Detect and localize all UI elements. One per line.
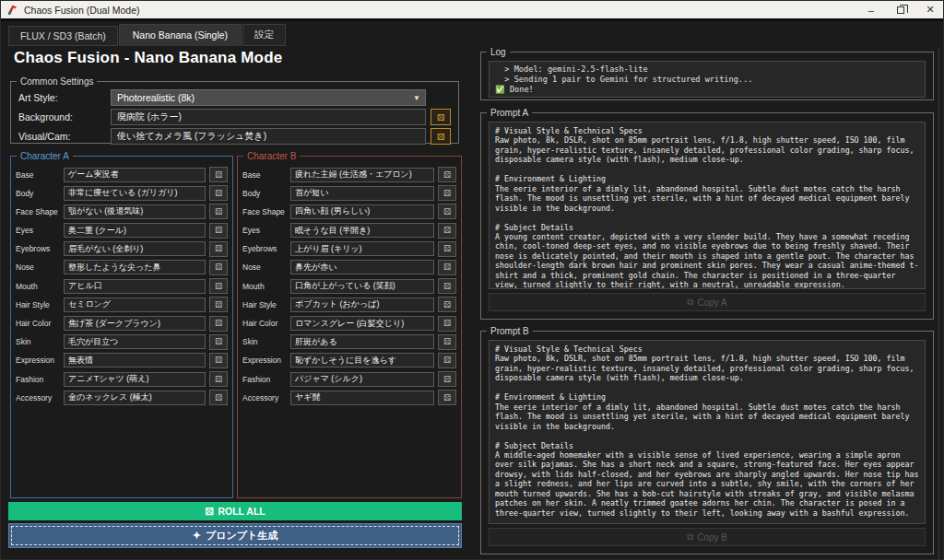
prompt-b-textarea[interactable]: # Visual Style & Technical Specs Raw pho…: [489, 340, 926, 524]
char-b-expression-dice-button[interactable]: ⚄: [438, 353, 456, 368]
char-a-hair-style-input[interactable]: セミロング: [64, 298, 206, 312]
char-a-accessory-dice-button[interactable]: ⚄: [209, 390, 228, 405]
char-b-skin-dice-button[interactable]: ⚄: [438, 334, 456, 350]
dice-icon: ⚄: [443, 356, 451, 365]
char-b-fashion-input[interactable]: パジャマ (シルク): [290, 372, 434, 387]
copy-b-button[interactable]: ⧉ Copy B: [489, 528, 926, 546]
char-b-base-input[interactable]: 疲れた主婦 (生活感・エプロン): [290, 168, 434, 182]
log-text[interactable]: > Model: gemini-2.5-flash-lite > Sending…: [489, 61, 926, 98]
char-a-expression-input[interactable]: 無表情: [64, 353, 206, 368]
char-a-eyebrows-dice-button[interactable]: ⚄: [209, 241, 228, 257]
common-settings-frame: Common Settings Art Style: Photorealisti…: [10, 76, 459, 144]
generate-prompt-button[interactable]: ✦ プロンプト生成: [8, 523, 462, 548]
dice-icon: ⚄: [215, 170, 222, 180]
maximize-button[interactable]: [886, 1, 915, 18]
char-b-base-dice-button[interactable]: ⚄: [438, 167, 456, 182]
prompt-a-textarea[interactable]: # Visual Style & Technical Specs Raw pho…: [489, 122, 926, 289]
char-b-accessory-label: Accessory: [242, 393, 290, 402]
char-b-eyes-dice-button[interactable]: ⚄: [438, 223, 456, 239]
char-a-fashion-dice-button[interactable]: ⚄: [209, 371, 228, 387]
char-a-body-row: Body非常に痩せている (ガリガリ)⚄: [16, 185, 228, 201]
char-a-face-shape-input[interactable]: 顎がない (後退気味): [64, 204, 206, 219]
char-b-body-input[interactable]: 首が短い: [290, 186, 434, 201]
char-b-eyebrows-input[interactable]: 上がり眉 (キリッ): [290, 241, 434, 256]
char-a-body-dice-button[interactable]: ⚄: [209, 185, 228, 201]
roll-all-button[interactable]: ⚄ ROLL ALL: [8, 502, 462, 520]
tab-nano-banana-single[interactable]: Nano Banana (Single): [119, 24, 242, 46]
tab-flux-sd3-batch[interactable]: FLUX / SD3 (Batch): [8, 26, 118, 46]
dice-icon: ⚄: [443, 262, 451, 272]
generate-prompt-label: プロンプト生成: [206, 529, 277, 542]
char-b-nose-label: Nose: [242, 262, 290, 272]
char-b-eyebrows-row: Eyebrows上がり眉 (キリッ)⚄: [242, 241, 456, 257]
char-a-accessory-input[interactable]: 金のネックレス (極太): [64, 391, 206, 405]
char-b-accessory-dice-button[interactable]: ⚄: [438, 390, 456, 405]
char-b-eyebrows-dice-button[interactable]: ⚄: [438, 241, 456, 257]
background-dice-button[interactable]: ⚄: [431, 109, 451, 125]
close-button[interactable]: ✕: [915, 1, 944, 18]
panel-divider: [938, 47, 939, 560]
char-b-body-label: Body: [242, 189, 290, 198]
char-b-accessory-input[interactable]: ヤギ髭: [290, 391, 434, 405]
char-b-face-shape-label: Face Shape: [242, 207, 290, 216]
char-b-hair-style-dice-button[interactable]: ⚄: [438, 297, 456, 312]
char-a-skin-dice-button[interactable]: ⚄: [209, 334, 228, 350]
char-a-nose-label: Nose: [16, 262, 64, 272]
char-a-eyes-label: Eyes: [16, 226, 64, 235]
char-a-mouth-dice-button[interactable]: ⚄: [209, 278, 228, 294]
char-a-base-dice-button[interactable]: ⚄: [209, 167, 228, 182]
char-a-eyebrows-input[interactable]: 眉毛がない (全剃り): [64, 241, 206, 256]
char-a-skin-label: Skin: [16, 337, 64, 346]
char-a-eyes-input[interactable]: 奥二重 (クール): [64, 223, 206, 238]
char-b-face-shape-dice-button[interactable]: ⚄: [438, 204, 456, 219]
window-title: Chaos Fusion (Dual Mode): [24, 5, 139, 16]
char-b-fashion-dice-button[interactable]: ⚄: [438, 371, 456, 387]
art-style-label: Art Style:: [18, 92, 111, 103]
log-frame: Log > Model: gemini-2.5-flash-lite > Sen…: [480, 47, 934, 100]
char-b-hair-color-label: Hair Color: [242, 319, 290, 328]
log-title: Log: [487, 47, 510, 57]
minimize-button[interactable]: –: [856, 1, 886, 18]
char-b-expression-input[interactable]: 恥ずかしそうに目を逸らす: [290, 353, 434, 368]
dice-icon: ⚄: [215, 300, 222, 309]
char-b-mouth-input[interactable]: 口角が上がっている (笑顔): [290, 279, 434, 294]
char-b-nose-dice-button[interactable]: ⚄: [438, 260, 456, 275]
char-a-hair-color-input[interactable]: 焦げ茶 (ダークブラウン): [64, 316, 206, 331]
tab-settings[interactable]: 設定: [242, 24, 286, 46]
char-a-mouth-input[interactable]: アヒル口: [64, 279, 206, 294]
copy-a-button[interactable]: ⧉ Copy A: [489, 293, 926, 311]
char-a-base-input[interactable]: ゲーム実況者: [64, 168, 206, 182]
char-a-expression-dice-button[interactable]: ⚄: [209, 353, 228, 368]
char-a-eyes-dice-button[interactable]: ⚄: [209, 223, 228, 239]
char-a-body-input[interactable]: 非常に痩せている (ガリガリ): [64, 186, 206, 201]
char-b-skin-input[interactable]: 肝斑がある: [290, 334, 434, 349]
char-b-hair-color-input[interactable]: ロマンスグレー (白髪交じり): [290, 316, 434, 331]
char-a-fashion-label: Fashion: [16, 375, 64, 384]
minimize-icon: –: [868, 5, 874, 16]
char-b-face-shape-input[interactable]: 四角い顔 (男らしい): [290, 204, 434, 219]
char-b-hair-style-input[interactable]: ボブカット (おかっぱ): [290, 298, 434, 312]
char-b-skin-row: Skin肝斑がある⚄: [242, 334, 456, 350]
background-input[interactable]: 廃病院 (ホラー): [111, 109, 426, 125]
char-a-nose-input[interactable]: 整形したような尖った鼻: [64, 260, 206, 274]
char-b-body-dice-button[interactable]: ⚄: [438, 185, 456, 201]
dice-icon: ⚄: [443, 207, 451, 216]
char-b-eyes-input[interactable]: 眠そうな目 (半開き): [290, 223, 434, 238]
char-b-hair-color-dice-button[interactable]: ⚄: [438, 316, 456, 332]
char-a-face-shape-dice-button[interactable]: ⚄: [209, 204, 228, 219]
char-a-fashion-input[interactable]: アニメTシャツ (萌え): [64, 372, 206, 387]
char-b-mouth-dice-button[interactable]: ⚄: [438, 278, 456, 294]
char-b-base-row: Base疲れた主婦 (生活感・エプロン)⚄: [242, 167, 456, 182]
visual-cam-dice-button[interactable]: ⚄: [431, 128, 451, 145]
app-icon: [6, 4, 18, 16]
char-b-nose-input[interactable]: 鼻先が赤い: [290, 260, 434, 274]
art-style-combobox[interactable]: Photorealistic (8k) ▼: [111, 89, 426, 106]
char-a-nose-dice-button[interactable]: ⚄: [209, 260, 228, 275]
dice-icon: ⚄: [443, 300, 451, 309]
dice-icon: ⚄: [215, 226, 222, 235]
visual-cam-input[interactable]: 使い捨てカメラ風 (フラッシュ焚き): [111, 128, 426, 145]
char-a-hair-color-dice-button[interactable]: ⚄: [209, 316, 228, 332]
char-a-hair-style-dice-button[interactable]: ⚄: [209, 297, 228, 312]
dice-icon: ⚄: [443, 170, 451, 180]
char-a-skin-input[interactable]: 毛穴が目立つ: [64, 334, 206, 349]
